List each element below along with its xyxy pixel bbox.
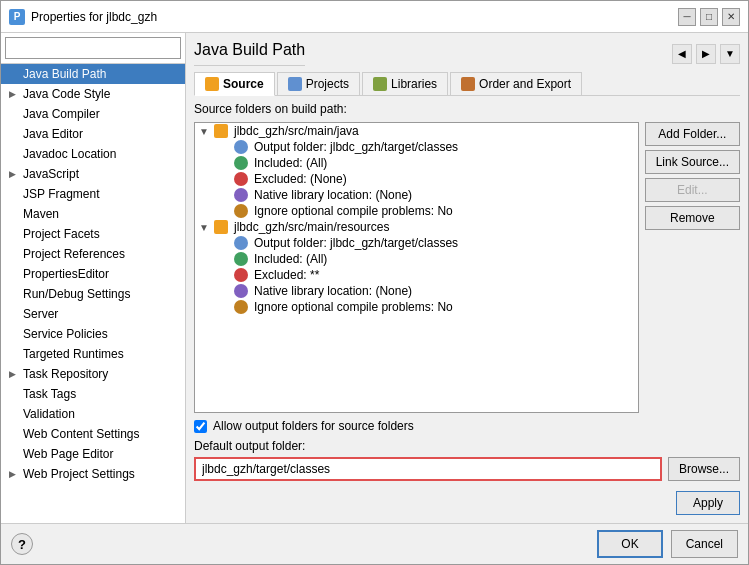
sidebar-item[interactable]: Server (1, 304, 185, 324)
sidebar-item-arrow: ▶ (9, 469, 19, 479)
sidebar-list: Java Build Path▶Java Code StyleJava Comp… (1, 64, 185, 523)
properties-dialog: P Properties for jlbdc_gzh ─ □ ✕ Java Bu… (0, 0, 749, 565)
tree-node-icon (234, 284, 248, 298)
sidebar-item[interactable]: Validation (1, 404, 185, 424)
tab-projects[interactable]: Projects (277, 72, 360, 95)
sidebar-item[interactable]: Service Policies (1, 324, 185, 344)
tab-libraries[interactable]: Libraries (362, 72, 448, 95)
sidebar-item[interactable]: Java Compiler (1, 104, 185, 124)
tree-row: ▼jlbdc_gzh/src/main/javaOutput folder: j… (194, 122, 740, 413)
tree-item[interactable]: Included: (All) (195, 155, 638, 171)
sidebar-item[interactable]: ▶Web Project Settings (1, 464, 185, 484)
action-buttons: Add Folder... Link Source... Edit... Rem… (645, 122, 740, 413)
sidebar-item[interactable]: Run/Debug Settings (1, 284, 185, 304)
tree-node-icon (234, 252, 248, 266)
sidebar-item[interactable]: PropertiesEditor (1, 264, 185, 284)
tree-node-icon (234, 140, 248, 154)
sidebar-item-label: Task Repository (23, 367, 108, 381)
back-button[interactable]: ◀ (672, 44, 692, 64)
tree-node-label: Output folder: jlbdc_gzh/target/classes (254, 236, 458, 250)
tab-order-and-export[interactable]: Order and Export (450, 72, 582, 95)
sidebar-item-arrow: ▶ (9, 169, 19, 179)
tree-item[interactable]: Native library location: (None) (195, 187, 638, 203)
sidebar-item[interactable]: Project References (1, 244, 185, 264)
sidebar-item[interactable]: Maven (1, 204, 185, 224)
edit-button[interactable]: Edit... (645, 178, 740, 202)
tree-node-icon (234, 300, 248, 314)
tree-item[interactable]: Native library location: (None) (195, 283, 638, 299)
close-button[interactable]: ✕ (722, 8, 740, 26)
minimize-button[interactable]: ─ (678, 8, 696, 26)
tree-item[interactable]: ▼jlbdc_gzh/src/main/resources (195, 219, 638, 235)
sidebar-item[interactable]: Java Editor (1, 124, 185, 144)
maximize-button[interactable]: □ (700, 8, 718, 26)
sidebar-item-label: JavaScript (23, 167, 79, 181)
sidebar-item-label: Web Page Editor (23, 447, 114, 461)
source-tree[interactable]: ▼jlbdc_gzh/src/main/javaOutput folder: j… (194, 122, 639, 413)
sidebar-item-label: Java Build Path (23, 67, 106, 81)
default-output-section: Default output folder: Browse... (194, 439, 740, 481)
link-source-button[interactable]: Link Source... (645, 150, 740, 174)
tree-item[interactable]: Excluded: (None) (195, 171, 638, 187)
tree-item[interactable]: Output folder: jlbdc_gzh/target/classes (195, 139, 638, 155)
tree-node-label: Included: (All) (254, 156, 327, 170)
forward-button[interactable]: ▶ (696, 44, 716, 64)
tree-node-label: Native library location: (None) (254, 284, 412, 298)
tree-node-label: jlbdc_gzh/src/main/java (234, 124, 359, 138)
sidebar-item[interactable]: Javadoc Location (1, 144, 185, 164)
tree-item[interactable]: Ignore optional compile problems: No (195, 299, 638, 315)
title-bar-left: P Properties for jlbdc_gzh (9, 9, 157, 25)
panel-title: Java Build Path (194, 41, 305, 66)
help-button[interactable]: ? (11, 533, 33, 555)
sidebar-item-label: Server (23, 307, 58, 321)
sidebar-item[interactable]: Web Content Settings (1, 424, 185, 444)
sidebar-item-label: Web Content Settings (23, 427, 140, 441)
tree-item[interactable]: Excluded: ** (195, 267, 638, 283)
sidebar-item[interactable]: Web Page Editor (1, 444, 185, 464)
apply-button[interactable]: Apply (676, 491, 740, 515)
tree-item[interactable]: ▼jlbdc_gzh/src/main/java (195, 123, 638, 139)
tree-node-label: Output folder: jlbdc_gzh/target/classes (254, 140, 458, 154)
allow-output-label: Allow output folders for source folders (213, 419, 414, 433)
tree-item[interactable]: Output folder: jlbdc_gzh/target/classes (195, 235, 638, 251)
sidebar-item[interactable]: Targeted Runtimes (1, 344, 185, 364)
tree-node-icon (214, 220, 228, 234)
tree-node-icon (234, 268, 248, 282)
tree-node-icon (214, 124, 228, 138)
allow-output-checkbox[interactable] (194, 420, 207, 433)
ok-button[interactable]: OK (597, 530, 662, 558)
sidebar-item[interactable]: JSP Fragment (1, 184, 185, 204)
tree-toggle[interactable]: ▼ (199, 222, 211, 233)
tree-item[interactable]: Included: (All) (195, 251, 638, 267)
sidebar-item[interactable]: Project Facets (1, 224, 185, 244)
sidebar-search-area (1, 33, 185, 64)
sidebar-item[interactable]: Java Build Path (1, 64, 185, 84)
default-output-input[interactable] (194, 457, 662, 481)
sidebar-item-label: Java Code Style (23, 87, 110, 101)
sidebar-item[interactable]: ▶JavaScript (1, 164, 185, 184)
sidebar-item-label: Javadoc Location (23, 147, 116, 161)
sidebar-item[interactable]: Task Tags (1, 384, 185, 404)
sidebar-item[interactable]: ▶Java Code Style (1, 84, 185, 104)
sidebar-item-label: Service Policies (23, 327, 108, 341)
right-panel: Java Build Path ◀ ▶ ▼ SourceProjectsLibr… (186, 33, 748, 523)
cancel-button[interactable]: Cancel (671, 530, 738, 558)
sidebar-item-label: Maven (23, 207, 59, 221)
sidebar-item-label: Run/Debug Settings (23, 287, 130, 301)
sidebar-item[interactable]: ▶Task Repository (1, 364, 185, 384)
browse-button[interactable]: Browse... (668, 457, 740, 481)
dialog-title: Properties for jlbdc_gzh (31, 10, 157, 24)
tree-node-icon (234, 236, 248, 250)
dropdown-button[interactable]: ▼ (720, 44, 740, 64)
sidebar-search-input[interactable] (5, 37, 181, 59)
remove-button[interactable]: Remove (645, 206, 740, 230)
title-bar: P Properties for jlbdc_gzh ─ □ ✕ (1, 1, 748, 33)
sidebar-item-arrow: ▶ (9, 89, 19, 99)
add-folder-button[interactable]: Add Folder... (645, 122, 740, 146)
tab-source[interactable]: Source (194, 72, 275, 96)
tree-toggle[interactable]: ▼ (199, 126, 211, 137)
bottom-buttons: OK Cancel (597, 530, 738, 558)
tree-item[interactable]: Ignore optional compile problems: No (195, 203, 638, 219)
sidebar-item-arrow: ▶ (9, 369, 19, 379)
tree-node-label: Ignore optional compile problems: No (254, 204, 453, 218)
